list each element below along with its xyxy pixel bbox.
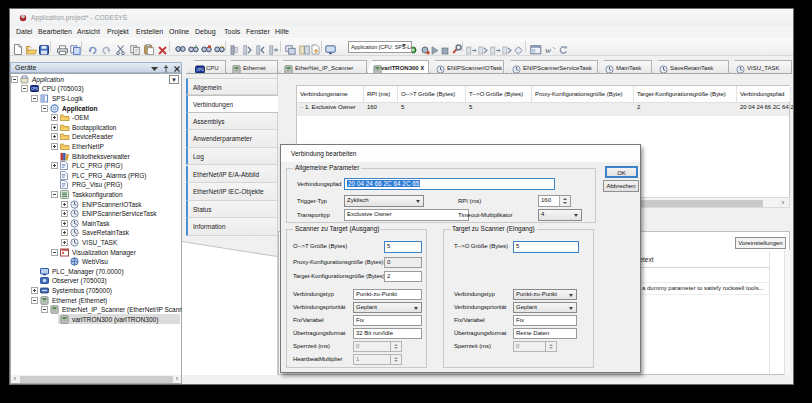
- svg-text:CPU: CPU: [31, 88, 39, 92]
- svg-text:w: w: [545, 45, 551, 55]
- svg-text:CPU: CPU: [196, 68, 204, 72]
